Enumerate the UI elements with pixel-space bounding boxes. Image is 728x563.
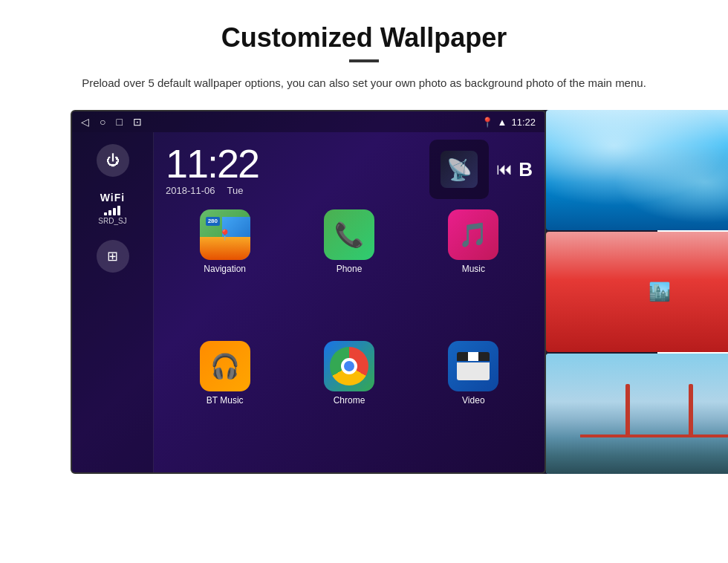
wifi-info: WiFi SRD_SJ	[98, 192, 126, 225]
wallpaper-thumb-red[interactable]: 🏙️	[546, 232, 728, 352]
app-label-phone: Phone	[337, 264, 363, 274]
clock-date-value: 2018-11-06	[166, 185, 215, 196]
status-bar-left: ◁ ○ □ ⊡	[81, 116, 142, 128]
screen-content: ⏻ WiFi SRD_SJ ⊞	[72, 132, 545, 472]
android-screen: ◁ ○ □ ⊡ 📍 ▲ 11:22 ⏻ WiFi	[71, 110, 546, 474]
wallpaper-thumb-ice[interactable]	[546, 110, 728, 230]
thumb2-content: 🏙️	[546, 232, 728, 352]
status-bar: ◁ ○ □ ⊡ 📍 ▲ 11:22	[72, 111, 545, 132]
app-item-chrome[interactable]: Chrome	[290, 341, 408, 466]
app-item-navigation[interactable]: 280 📍 Navigation	[166, 209, 284, 335]
radio-widget[interactable]: 📡	[429, 140, 489, 199]
clock-time: 11:22	[166, 143, 417, 183]
device-frame: ◁ ○ □ ⊡ 📍 ▲ 11:22 ⏻ WiFi	[71, 110, 657, 474]
bridge-deck	[580, 435, 728, 437]
clock-widgets: 📡 ⏮ B	[429, 140, 533, 199]
bridge-tower-right	[689, 384, 693, 438]
status-time: 11:22	[511, 117, 536, 128]
clock-area: 11:22 2018-11-06 Tue 📡	[154, 132, 545, 205]
app-label-bt-music: BT Music	[207, 395, 244, 406]
artist-initial: B	[519, 158, 533, 181]
clap-top	[457, 352, 490, 361]
red-wallpaper-indicator: 🏙️	[649, 282, 671, 302]
app-label-video: Video	[462, 395, 484, 406]
screenshot-icon[interactable]: ⊡	[133, 116, 142, 128]
nav-badge: 280	[206, 217, 220, 226]
wifi-label: WiFi	[98, 192, 126, 204]
clock-info: 11:22 2018-11-06 Tue	[166, 143, 417, 196]
music-glyph: 🎵	[458, 221, 488, 249]
bridge-scene	[546, 354, 728, 474]
apps-button[interactable]: ⊞	[97, 240, 129, 273]
clock-day-value: Tue	[227, 185, 244, 196]
page-description: Preload over 5 default wallpaper options…	[74, 74, 654, 92]
phone-icon: 📞	[324, 209, 374, 260]
home-icon[interactable]: ○	[100, 116, 105, 128]
prev-track-icon[interactable]: ⏮	[496, 160, 513, 179]
center-area: 11:22 2018-11-06 Tue 📡	[154, 132, 545, 472]
app-item-phone[interactable]: 📞 Phone	[290, 209, 408, 335]
location-icon: 📍	[481, 117, 493, 128]
page-container: Customized Wallpaper Preload over 5 defa…	[0, 0, 728, 489]
wifi-bar-1	[104, 212, 107, 215]
wallpaper-thumb-bridge[interactable]: CarSetting	[546, 354, 728, 474]
media-controls: ⏮ B	[496, 158, 533, 181]
app-grid: 280 📍 Navigation 📞 Phone	[154, 205, 545, 472]
back-icon[interactable]: ◁	[81, 116, 89, 128]
phone-glyph: 📞	[334, 221, 364, 249]
chrome-icon	[324, 341, 374, 391]
bt-glyph: 🎧	[210, 352, 240, 380]
title-divider	[349, 59, 379, 62]
app-label-navigation: Navigation	[204, 264, 246, 274]
power-button[interactable]: ⏻	[97, 144, 129, 177]
wifi-bar-3	[113, 208, 116, 215]
app-label-music: Music	[462, 264, 485, 274]
wifi-ssid: SRD_SJ	[98, 217, 126, 225]
status-bar-right: 📍 ▲ 11:22	[481, 117, 536, 128]
radio-icon: 📡	[441, 151, 478, 188]
page-title: Customized Wallpaper	[45, 22, 683, 53]
wifi-bar-4	[117, 206, 120, 215]
wifi-bars	[98, 205, 126, 215]
app-item-music[interactable]: 🎵 Music	[415, 209, 533, 335]
clap-bottom	[457, 362, 490, 380]
nav-marker-icon: 📍	[218, 229, 231, 241]
bt-music-icon: 🎧	[200, 341, 250, 391]
app-item-video[interactable]: Video	[415, 341, 533, 466]
video-icon	[448, 341, 498, 391]
app-label-chrome: Chrome	[334, 395, 365, 406]
app-item-bt-music[interactable]: 🎧 BT Music	[166, 341, 284, 466]
ice-texture	[546, 110, 728, 230]
chrome-outer-ring	[330, 347, 368, 385]
bridge-tower-left	[625, 384, 630, 438]
navigation-icon: 280 📍	[200, 209, 250, 260]
left-sidebar: ⏻ WiFi SRD_SJ ⊞	[72, 132, 154, 472]
recents-icon[interactable]: □	[116, 116, 122, 128]
music-icon: 🎵	[448, 209, 498, 260]
radio-waves-icon: 📡	[446, 157, 472, 182]
clapboard-icon	[457, 352, 490, 380]
wifi-bar-2	[108, 210, 111, 215]
signal-icon: ▲	[498, 117, 507, 128]
chrome-inner-circle	[341, 358, 357, 374]
clock-date: 2018-11-06 Tue	[166, 185, 417, 196]
wallpaper-panel: 🏙️ CarSetting	[546, 110, 728, 474]
